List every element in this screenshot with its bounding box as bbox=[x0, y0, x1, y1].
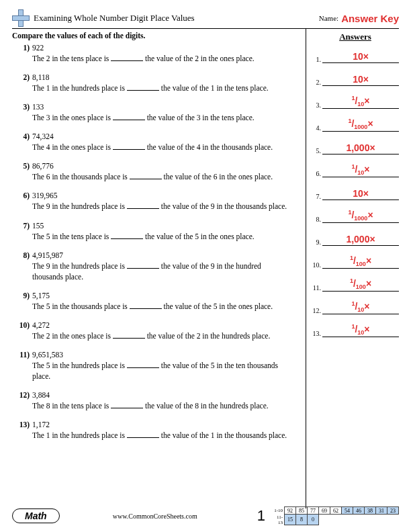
answer-line: 1,000× bbox=[322, 233, 399, 246]
question-body: 86,776The 6 in the thousands place is th… bbox=[32, 162, 287, 182]
answer-number: 1. bbox=[312, 56, 321, 63]
answer-line: 10× bbox=[322, 187, 399, 200]
answer-blank[interactable] bbox=[113, 113, 145, 120]
grid-cell: 31 bbox=[376, 507, 387, 515]
answer-blank[interactable] bbox=[111, 401, 143, 408]
question: 7)155The 5 in the tens place is the valu… bbox=[12, 222, 302, 242]
question-value: 4,272 bbox=[32, 321, 287, 329]
question: 13)1,172The 1 in the hundreds place is t… bbox=[12, 420, 302, 441]
answer-row: 5.1,000× bbox=[312, 142, 399, 154]
answer-value: 1/100× bbox=[322, 255, 399, 267]
question: 2)8,118The 1 in the hundreds place is th… bbox=[12, 73, 302, 93]
grid-cell: 62 bbox=[330, 507, 342, 515]
name-label: Name: bbox=[319, 14, 338, 22]
question-text: The 1 in the hundreds place is the value… bbox=[32, 430, 287, 441]
subject-badge: Math bbox=[12, 508, 60, 523]
question: 11)9,651,583The 5 in the hundreds place … bbox=[12, 351, 302, 382]
answer-row: 8.1/1000× bbox=[312, 210, 399, 223]
answer-value: 1,000× bbox=[322, 142, 399, 153]
answer-number: 10. bbox=[312, 261, 321, 269]
answer-blank[interactable] bbox=[127, 83, 159, 91]
question-text: The 5 in the tens place is the value of … bbox=[32, 231, 287, 242]
grid-cell: 8 bbox=[296, 515, 308, 525]
answer-row: 10.1/100× bbox=[312, 256, 399, 269]
question-value: 86,776 bbox=[32, 162, 287, 170]
question-value: 133 bbox=[32, 103, 287, 111]
grid-cell: 23 bbox=[387, 507, 399, 515]
question: 9)5,175The 5 in the thousands place is t… bbox=[12, 292, 302, 312]
question: 1)922The 2 in the tens place is the valu… bbox=[12, 44, 302, 64]
question-value: 9,651,583 bbox=[32, 351, 287, 359]
answer-row: 1.10× bbox=[312, 50, 399, 63]
question-body: 3,884The 8 in the tens place is the valu… bbox=[32, 391, 287, 411]
answer-row: 4.1/1000× bbox=[312, 119, 399, 132]
answer-blank[interactable] bbox=[127, 202, 159, 209]
answer-blank[interactable] bbox=[130, 172, 162, 179]
answer-line: 1,000× bbox=[322, 142, 399, 154]
answer-line: 1/10× bbox=[322, 324, 399, 337]
answer-line: 1/10× bbox=[322, 96, 399, 109]
question: 3)133The 3 in the ones place is the valu… bbox=[12, 103, 302, 123]
answer-line: 1/1000× bbox=[322, 210, 399, 223]
answer-value: 1/10× bbox=[322, 95, 399, 107]
question-body: 9,651,583The 5 in the hundreds place is … bbox=[32, 351, 287, 382]
answer-blank[interactable] bbox=[127, 431, 159, 438]
answer-value: 1,000× bbox=[322, 234, 399, 245]
answers-heading: Answers bbox=[312, 32, 399, 42]
question-value: 5,175 bbox=[32, 292, 287, 300]
question-number: 7) bbox=[15, 222, 30, 230]
question-number: 1) bbox=[15, 44, 30, 52]
question-body: 8,118The 1 in the hundreds place is the … bbox=[32, 73, 287, 93]
answer-blank[interactable] bbox=[111, 232, 143, 239]
question: 5)86,776The 6 in the thousands place is … bbox=[12, 162, 302, 182]
question-number: 10) bbox=[15, 321, 30, 329]
question: 8)4,915,987The 9 in the hundreds place i… bbox=[12, 251, 302, 282]
answer-number: 12. bbox=[312, 307, 321, 314]
answer-row: 9.1,000× bbox=[312, 233, 399, 246]
question-text: The 4 in the ones place is the value of … bbox=[32, 142, 287, 152]
question-value: 1,172 bbox=[32, 420, 287, 429]
answer-line: 1/100× bbox=[322, 256, 399, 269]
question-number: 6) bbox=[15, 191, 30, 200]
answer-value: 10× bbox=[322, 74, 399, 85]
grid-cell: 46 bbox=[353, 507, 365, 515]
question-number: 13) bbox=[15, 420, 30, 429]
answer-row: 13.1/10× bbox=[312, 324, 399, 337]
answer-number: 13. bbox=[312, 330, 321, 337]
answer-row: 11.1/100× bbox=[312, 279, 399, 292]
question-text: The 8 in the tens place is the value of … bbox=[32, 400, 287, 411]
answer-value: 1/100× bbox=[322, 277, 399, 290]
answer-key-label: Answer Key bbox=[341, 13, 399, 24]
question-value: 319,965 bbox=[32, 191, 287, 200]
question-number: 2) bbox=[15, 73, 30, 81]
question-number: 4) bbox=[15, 132, 30, 140]
answer-line: 10× bbox=[322, 73, 399, 86]
answer-blank[interactable] bbox=[130, 302, 162, 309]
question-value: 74,324 bbox=[32, 132, 287, 140]
grid-cell: 85 bbox=[296, 507, 308, 515]
score-grid: 1-109285776962544638312311-131580 bbox=[272, 506, 399, 525]
grid-cell: 54 bbox=[342, 507, 353, 515]
question-body: 1,172The 1 in the hundreds place is the … bbox=[32, 420, 287, 441]
answer-blank[interactable] bbox=[113, 331, 145, 339]
question-text: The 5 in the hundreds place is the value… bbox=[32, 360, 287, 382]
body: Compare the values of each of the digits… bbox=[12, 29, 399, 508]
grid-cell: 92 bbox=[285, 507, 296, 515]
answer-row: 2.10× bbox=[312, 73, 399, 86]
question-body: 155The 5 in the tens place is the value … bbox=[32, 222, 287, 242]
grid-cell: 69 bbox=[319, 507, 330, 515]
answer-value: 1/10× bbox=[322, 163, 399, 176]
question: 12)3,884The 8 in the tens place is the v… bbox=[12, 391, 302, 411]
answer-value: 10× bbox=[322, 188, 399, 199]
question: 6)319,965The 9 in the hundreds place is … bbox=[12, 191, 302, 212]
answer-value: 1/10× bbox=[322, 300, 399, 313]
answer-blank[interactable] bbox=[113, 142, 145, 150]
answer-value: 1/1000× bbox=[322, 209, 399, 222]
answer-list: 1.10×2.10×3.1/10×4.1/1000×5.1,000×6.1/10… bbox=[312, 50, 399, 337]
answer-blank[interactable] bbox=[127, 261, 159, 269]
question-value: 155 bbox=[32, 222, 287, 230]
answer-line: 1/10× bbox=[322, 165, 399, 177]
answer-blank[interactable] bbox=[111, 54, 143, 61]
question-number: 8) bbox=[15, 251, 30, 259]
answer-blank[interactable] bbox=[127, 361, 159, 368]
